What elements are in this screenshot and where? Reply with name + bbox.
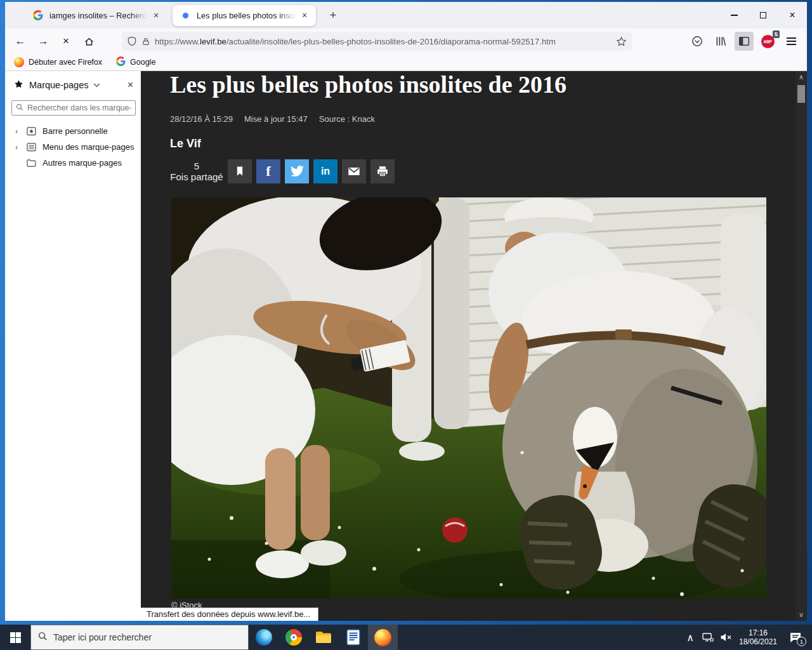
padlock-icon[interactable] <box>141 37 150 46</box>
sidebar-item-label: Autres marque-pages <box>43 158 122 168</box>
volume-muted-icon[interactable] <box>718 625 733 650</box>
linkedin-share-button[interactable]: in <box>313 159 337 183</box>
windows-logo-icon <box>10 632 21 643</box>
windows-taskbar: ∧ 17:16 18/06/2021 1 <box>0 625 812 650</box>
bookmark-debuter-avec-firefox[interactable]: Débuter avec Firefox <box>14 57 102 67</box>
google-icon <box>116 56 126 68</box>
article-author: Le Vif <box>170 137 796 150</box>
window-minimize-button[interactable] <box>719 2 749 29</box>
toolbar-right: ABP 5 <box>688 32 801 51</box>
menu-hamburger-icon[interactable] <box>782 32 801 51</box>
folder-icon <box>27 159 37 167</box>
taskbar-search-input[interactable] <box>53 632 231 642</box>
taskbar-writer-button[interactable] <box>338 625 368 650</box>
bookmark-google[interactable]: Google <box>116 56 155 68</box>
taskbar-firefox-button[interactable] <box>368 625 398 650</box>
article-photo <box>171 197 766 599</box>
url-bar[interactable]: https://www.levif.be/actualite/insolite/… <box>122 32 632 51</box>
tab-close-icon[interactable]: × <box>150 9 162 22</box>
stop-button[interactable]: × <box>56 32 76 51</box>
taskbar-edge-button[interactable] <box>249 625 278 650</box>
tracking-shield-icon[interactable] <box>127 36 137 46</box>
search-icon <box>16 103 23 113</box>
scroll-down-icon[interactable]: ∨ <box>799 611 804 619</box>
chevron-down-icon[interactable] <box>93 83 100 88</box>
page-content: Les plus belles photos insolites de 2016… <box>141 71 796 621</box>
bookmark-star-icon[interactable] <box>616 36 627 47</box>
bookmarks-toolbar: Débuter avec Firefox Google <box>5 54 807 71</box>
notification-center-button[interactable]: 1 <box>783 625 808 650</box>
envelope-icon <box>347 164 361 178</box>
tab-google-search[interactable]: iamges insolites – Recherche Go × <box>25 5 167 26</box>
taskbar-search-box[interactable] <box>30 625 249 650</box>
pocket-icon[interactable] <box>688 32 707 51</box>
folder-star-icon <box>27 127 37 136</box>
tab-title: iamges insolites – Recherche Go <box>49 11 150 20</box>
library-icon[interactable] <box>711 32 730 51</box>
firefox-icon <box>374 629 391 646</box>
menu-list-icon <box>27 143 37 152</box>
start-button[interactable] <box>0 625 30 650</box>
tab-close-icon[interactable]: × <box>298 9 311 22</box>
article-date: 28/12/16 À 15:29 <box>170 114 233 124</box>
share-count: 5 <box>170 161 223 171</box>
sidebar-item-barre-personnelle[interactable]: › Barre personnelle <box>5 123 141 139</box>
sidebar-item-autres-marque-pages[interactable]: Autres marque-pages <box>5 155 141 171</box>
sidebar-search-input[interactable] <box>27 103 131 112</box>
expand-arrow-icon[interactable]: › <box>15 127 25 136</box>
print-share-button[interactable] <box>370 159 395 183</box>
star-icon <box>14 79 23 91</box>
google-favicon-icon <box>33 10 43 20</box>
clock-time: 17:16 <box>736 628 780 637</box>
firefox-icon <box>14 57 24 67</box>
taskbar-chrome-button[interactable] <box>278 625 308 650</box>
scrollbar-thumb[interactable] <box>797 85 805 103</box>
printer-icon <box>376 164 390 178</box>
facebook-icon: f <box>266 163 270 180</box>
article-source: Source : Knack <box>319 114 375 124</box>
back-button[interactable]: ← <box>10 32 30 51</box>
twitter-icon <box>291 164 304 178</box>
twitter-share-button[interactable] <box>285 159 309 183</box>
browser-window: iamges insolites – Recherche Go × Les pl… <box>5 2 807 621</box>
forward-button[interactable]: → <box>33 32 53 51</box>
scroll-up-icon[interactable]: ∧ <box>799 73 804 81</box>
article-meta: 28/12/16 À 15:29 Mise à jour 15:47 Sourc… <box>170 114 796 124</box>
libreoffice-writer-icon <box>346 629 360 646</box>
tray-clock[interactable]: 17:16 18/06/2021 <box>736 628 780 646</box>
desktop: iamges insolites – Recherche Go × Les pl… <box>0 0 812 650</box>
new-tab-button[interactable]: + <box>324 6 343 25</box>
system-tray: ∧ 17:16 18/06/2021 1 <box>683 625 812 650</box>
site-favicon-dot-icon <box>180 10 190 20</box>
bookmark-share-button[interactable] <box>228 159 252 183</box>
tab-levif-article[interactable]: Les plus belles photos insolites d × <box>173 5 316 26</box>
window-controls: × <box>719 2 807 29</box>
expand-arrow-icon[interactable]: › <box>15 143 25 152</box>
window-close-button[interactable]: × <box>778 2 807 29</box>
sidebar-item-menu-marque-pages[interactable]: › Menu des marque-pages <box>5 139 141 155</box>
chrome-icon <box>285 629 302 646</box>
network-icon[interactable] <box>700 625 716 650</box>
bookmarks-sidebar: Marque-pages × › B <box>5 71 141 621</box>
facebook-share-button[interactable]: f <box>256 159 280 183</box>
article-updated: Mise à jour 15:47 <box>244 114 308 124</box>
navigation-toolbar: ← → × https://www.levif.be/actualite/ins… <box>5 29 807 54</box>
sidebar-search-box[interactable] <box>11 100 136 116</box>
linkedin-icon: in <box>321 166 330 177</box>
status-tooltip: Transfert des données depuis www.levif.b… <box>141 607 318 621</box>
home-button[interactable] <box>79 32 99 51</box>
search-icon <box>38 632 48 643</box>
email-share-button[interactable] <box>342 159 366 183</box>
sidebar-item-label: Menu des marque-pages <box>43 142 134 152</box>
sidebar-title: Marque-pages <box>29 80 89 90</box>
page-scrollbar[interactable]: ∧ ∨ <box>796 71 807 621</box>
taskbar-explorer-button[interactable] <box>308 625 338 650</box>
adblock-plus-icon[interactable]: ABP 5 <box>758 32 777 51</box>
sidebar-close-icon[interactable]: × <box>128 79 133 91</box>
notification-badge: 1 <box>797 637 806 646</box>
tray-chevron-icon[interactable]: ∧ <box>683 625 698 650</box>
clock-date: 18/06/2021 <box>736 637 780 646</box>
sidebar-toggle-button[interactable] <box>735 32 754 51</box>
sidebar-item-label: Barre personnelle <box>43 126 108 136</box>
window-maximize-button[interactable] <box>749 2 778 29</box>
